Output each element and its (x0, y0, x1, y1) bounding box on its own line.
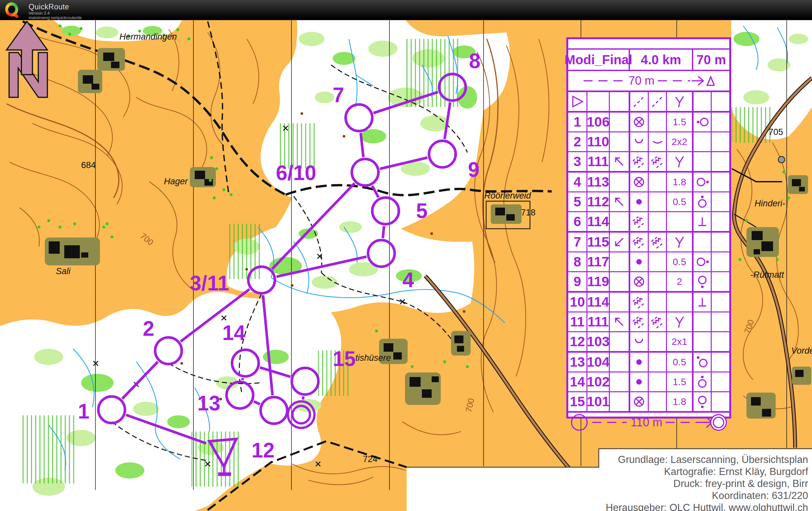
control-description-sheet: Modi_Final 4.0 km 70 m 70 m 11061.521102… (566, 37, 731, 419)
course-name: Modi_Final (568, 50, 629, 70)
map-label: Hermandingen (119, 32, 177, 41)
control-label-13: 13 (197, 392, 220, 415)
arrow-nw-symbol (611, 154, 627, 169)
hatch-symbol (631, 314, 647, 330)
course-climb: 70 m (692, 50, 729, 70)
map-label: Vorder (791, 346, 812, 356)
map-label: Hager (164, 177, 188, 186)
perp-symbol (695, 214, 710, 230)
dot-right-symbol (695, 174, 710, 190)
circle-x-symbol (631, 174, 647, 190)
u-shape-symbol (631, 134, 647, 150)
hatch-symbol (650, 314, 665, 330)
control-label-2: 2 (143, 317, 154, 340)
dot-above-symbol (695, 194, 710, 210)
map-label: Röörlerweid (484, 191, 531, 201)
dot-symbol (631, 354, 647, 370)
arrow-nw-symbol (611, 194, 627, 210)
map-label: 724 (363, 454, 377, 464)
hatch-symbol (631, 214, 647, 230)
circle-x-symbol (631, 394, 647, 410)
finish-row-circle-icon (570, 413, 588, 431)
course-leg (242, 378, 243, 380)
control-row-12: 121032x1 (568, 331, 729, 351)
perp-symbol (695, 294, 710, 310)
control-row-11: 11111 (568, 311, 729, 331)
control-label-6: 6/10 (276, 161, 316, 185)
map-label: -Rütmatt (750, 270, 784, 280)
dot-left-symbol (695, 114, 710, 130)
start-symbol (570, 94, 585, 109)
arc-symbol (650, 134, 665, 150)
hatch-symbol (631, 294, 647, 310)
circle-x-symbol (631, 274, 647, 290)
control-label-1: 1 (78, 400, 90, 423)
dot-symbol (631, 254, 647, 270)
dot-topleft-symbol (695, 354, 710, 370)
circle-x-symbol (631, 114, 647, 130)
control-row-7: 7115 (568, 231, 729, 251)
y-symbol (672, 94, 687, 109)
map-label: Sali (56, 266, 71, 276)
course-leg (383, 226, 384, 238)
y-symbol (672, 314, 687, 330)
control-row-1: 11061.5 (568, 111, 729, 131)
control-label-4: 4 (402, 268, 414, 292)
column-symbol-row (568, 91, 729, 111)
dot-right-symbol (695, 254, 710, 270)
course-leg (303, 396, 303, 400)
arrow-sw-symbol (611, 234, 627, 250)
control-row-5: 51120.5 (568, 191, 729, 211)
arrow-nw-symbol (611, 314, 627, 330)
control-row-6: 6114 (568, 211, 729, 231)
control-label-15: 15 (332, 347, 356, 370)
control-row-15: 151011.8 (568, 391, 729, 411)
arrow-to-start-icon (658, 72, 715, 89)
control-row-14: 141021.5 (568, 371, 729, 391)
control-label-5: 5 (416, 199, 428, 222)
control-label-8: 8 (469, 49, 481, 73)
hatch-symbol (631, 154, 647, 169)
hatch-symbol (650, 154, 665, 169)
quickroute-window: { "app": { "title": "QuickRoute", "versi… (0, 0, 812, 511)
app-header: QuickRoute Version 2.4 matstroeng.se/qui… (0, 0, 812, 20)
credit-line: Herausgeber: OLC Huttwil, www.olghuttwil… (516, 502, 808, 511)
map-label: tishüsere (355, 353, 391, 363)
control-row-4: 41131.8 (568, 171, 729, 191)
control-row-9: 91192 (568, 271, 729, 291)
hatch-symbol (650, 234, 665, 250)
credit-line: Druck: frey-print & design, Birr (516, 478, 808, 489)
sheet-header: Modi_Final 4.0 km 70 m (568, 48, 729, 70)
dot-below-symbol (695, 274, 710, 290)
distance-to-start-row: 70 m (568, 70, 729, 91)
sheet-top-strip (568, 39, 729, 48)
dot-symbol (631, 194, 647, 210)
map-label: 684 (81, 160, 96, 170)
u-shape-symbol (631, 334, 647, 350)
control-row-10: 10114 (568, 291, 729, 311)
app-title: QuickRoute (29, 3, 69, 11)
map-credits: Grundlage: Laserscanning, Übersichtsplan… (516, 454, 808, 511)
slash-symbol (631, 94, 647, 109)
dot-below-symbol (695, 394, 710, 410)
distance-to-finish-row: 110 m (568, 411, 729, 432)
control-label-3: 3/11 (190, 272, 229, 295)
dot-symbol (631, 374, 647, 390)
app-url: matstroeng.se/quickroute/de (29, 15, 82, 20)
y-symbol (672, 234, 687, 250)
map-label: 718 (521, 208, 535, 217)
slash-symbol (650, 94, 665, 109)
hatch-symbol (631, 234, 647, 250)
credit-line: Koordinaten: 631/220 (516, 489, 808, 502)
start-bar (218, 472, 231, 476)
control-row-13: 131040.5 (568, 351, 729, 371)
app-version: Version 2.4 (29, 11, 50, 16)
control-label-14: 14 (222, 321, 246, 344)
arrow-to-finish-icon (666, 412, 727, 433)
map-label: Hinderi- (755, 199, 785, 208)
control-label-7: 7 (332, 83, 344, 107)
map-label: 705 (768, 127, 783, 137)
control-row-8: 81170.5 (568, 251, 729, 271)
dot-above-symbol (695, 374, 710, 390)
control-label-12: 12 (252, 439, 274, 462)
